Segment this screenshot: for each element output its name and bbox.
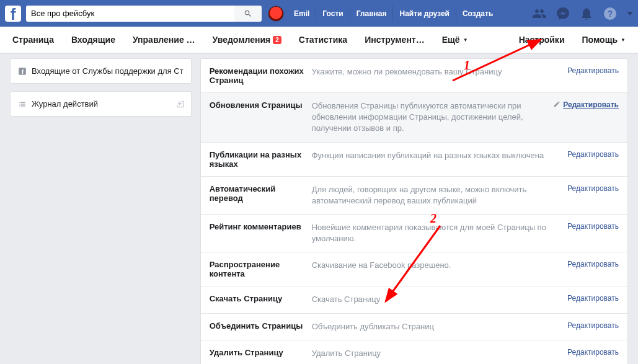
settings-row-label: Обновления Страницы — [210, 100, 312, 135]
account-caret-icon[interactable] — [627, 12, 633, 16]
top-link-home[interactable]: Главная — [350, 6, 393, 22]
settings-row-label: Рекомендации похожих Страниц — [210, 66, 312, 85]
topbar: f Emil Гости Главная Найти друзей Создат… — [0, 0, 638, 27]
settings-row-desc: Укажите, можно ли рекомендовать вашу Стр… — [312, 66, 567, 85]
settings-row-label: Распространение контента — [210, 260, 312, 278]
search-wrapper — [26, 6, 262, 22]
top-link-create[interactable]: Создать — [456, 6, 499, 22]
activity-log-card[interactable]: Журнал действий — [10, 91, 192, 117]
edit-link[interactable]: Редактировать — [567, 294, 619, 305]
support-inbox-label: Входящие от Службы поддержки для Ст — [32, 66, 184, 76]
settings-row-desc: Функция написания публикаций на разных я… — [312, 150, 567, 169]
settings-list: Рекомендации похожих СтраницУкажите, мож… — [200, 58, 628, 364]
settings-row[interactable]: Удалить СтраницуУдалить СтраницуРедактир… — [201, 340, 627, 364]
pencil-icon — [553, 100, 560, 108]
svg-text:?: ? — [608, 9, 613, 19]
subnav-manage[interactable]: Управление … — [133, 35, 195, 45]
top-link-guests[interactable]: Гости — [316, 6, 349, 22]
support-inbox-card[interactable]: f Входящие от Службы поддержки для Ст — [10, 58, 192, 84]
search-icon — [244, 9, 252, 18]
annotation-label-2: 2 — [430, 211, 436, 226]
settings-row[interactable]: Рекомендации похожих СтраницУкажите, мож… — [201, 59, 627, 92]
edit-link[interactable]: Редактировать — [567, 321, 619, 332]
friends-icon[interactable] — [532, 6, 547, 21]
edit-link[interactable]: Редактировать — [567, 184, 619, 206]
settings-row-label: Удалить Страницу — [210, 348, 312, 359]
subnav-notifications[interactable]: Уведомления2 — [213, 35, 281, 45]
chevron-down-icon: ▼ — [621, 37, 626, 43]
settings-row[interactable]: Обновления СтраницыОбновления Страницы п… — [201, 92, 627, 142]
settings-row-label: Публикации на разных языках — [210, 150, 312, 169]
page-body: f Входящие от Службы поддержки для Ст Жу… — [0, 53, 638, 364]
bell-icon[interactable] — [579, 6, 594, 21]
settings-row[interactable]: Распространение контентаСкачивание на Fa… — [201, 252, 627, 286]
notifications-badge: 2 — [273, 36, 281, 44]
settings-row-label: Объединить Страницы — [210, 321, 312, 332]
subnav-insights[interactable]: Статистика — [299, 35, 347, 45]
settings-row[interactable]: Публикации на разных языкахФункция напис… — [201, 142, 627, 176]
settings-row[interactable]: Рейтинг комментариевНовейшие комментарии… — [201, 214, 627, 252]
settings-row-label: Автоматический перевод — [210, 184, 312, 206]
left-column: f Входящие от Службы поддержки для Ст Жу… — [10, 58, 192, 364]
settings-row-desc: Новейшие комментарии показываются для мо… — [312, 222, 567, 244]
settings-row-desc: Обновления Страницы публикуются автомати… — [312, 100, 554, 135]
subnav-tools[interactable]: Инструмент… — [365, 35, 425, 45]
enter-arrow-icon — [176, 100, 185, 109]
edit-link[interactable]: Редактировать — [553, 100, 619, 135]
settings-row-desc: Объединить дубликаты Страниц — [312, 321, 567, 332]
settings-row[interactable]: Объединить СтраницыОбъединить дубликаты … — [201, 313, 627, 340]
avatar[interactable] — [268, 6, 284, 22]
subnav-settings[interactable]: Настройки — [519, 35, 565, 45]
settings-row-label: Скачать Страницу — [210, 294, 312, 305]
user-name-link[interactable]: Emil — [288, 6, 316, 22]
help-icon[interactable]: ? — [603, 6, 618, 21]
page-subnav: Страница Входящие Управление … Уведомлен… — [0, 27, 638, 53]
list-icon — [18, 100, 27, 109]
settings-row-desc: Удалить Страницу — [312, 348, 567, 359]
subnav-page[interactable]: Страница — [12, 35, 54, 45]
subnav-more[interactable]: Ещё▼ — [442, 35, 468, 45]
subnav-inbox[interactable]: Входящие — [71, 35, 115, 45]
edit-link[interactable]: Редактировать — [567, 260, 619, 278]
chevron-down-icon: ▼ — [463, 37, 468, 43]
annotation-label-1: 1 — [464, 58, 470, 73]
subnav-help[interactable]: Помощь▼ — [582, 35, 626, 45]
main-column: Рекомендации похожих СтраницУкажите, мож… — [200, 58, 628, 364]
top-link-find-friends[interactable]: Найти друзей — [392, 6, 455, 22]
edit-link[interactable]: Редактировать — [567, 150, 619, 169]
search-button[interactable] — [234, 6, 262, 22]
settings-row[interactable]: Скачать СтраницуСкачать СтраницуРедактир… — [201, 286, 627, 313]
edit-link[interactable]: Редактировать — [567, 348, 619, 359]
svg-text:f: f — [22, 68, 24, 75]
messenger-icon[interactable] — [556, 6, 570, 21]
activity-log-label: Журнал действий — [32, 99, 98, 109]
settings-row[interactable]: Автоматический переводДля людей, говорящ… — [201, 176, 627, 214]
settings-row-label: Рейтинг комментариев — [210, 222, 312, 244]
settings-row-desc: Скачивание на Facebook разрешено. — [312, 260, 567, 278]
settings-row-desc: Для людей, говорящих на другом языке, мо… — [312, 184, 567, 206]
facebook-logo[interactable]: f — [5, 6, 21, 22]
edit-link[interactable]: Редактировать — [567, 222, 619, 244]
facebook-square-icon: f — [18, 67, 27, 76]
settings-row-desc: Скачать Страницу — [312, 294, 567, 305]
search-input[interactable] — [26, 6, 234, 22]
edit-link[interactable]: Редактировать — [567, 66, 619, 85]
